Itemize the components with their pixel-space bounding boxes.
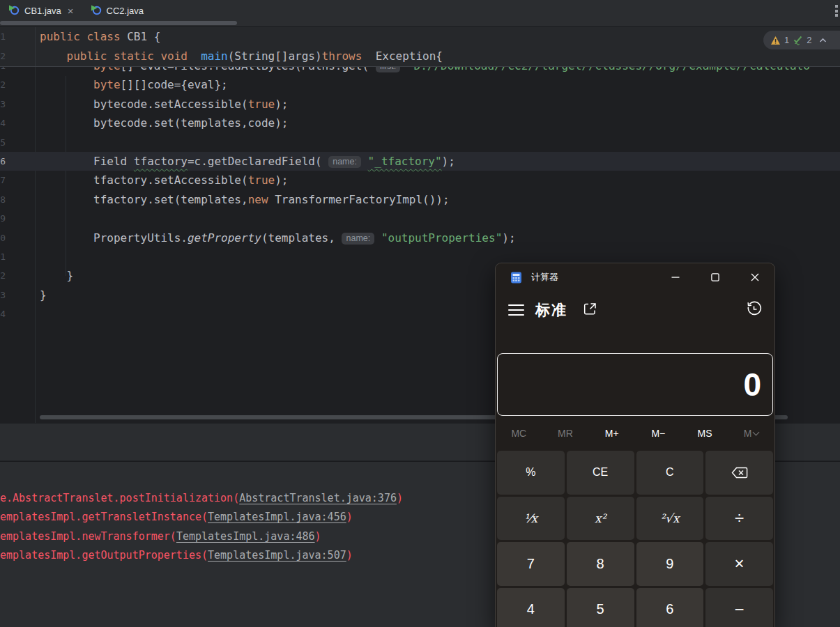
maximize-icon [711, 273, 719, 281]
code-line: 1 byte[] eval=Files.readAllBytes(Paths.g… [0, 66, 840, 75]
memory-flyout[interactable]: M [744, 428, 759, 439]
line-number: 4 [0, 114, 6, 132]
sticky-code-line: 1public class CB1 { [0, 27, 840, 47]
runnable-class-icon [8, 4, 20, 17]
chevron-down-icon [753, 429, 760, 436]
code-token: emplatesImpl.getOutputProperties( [0, 549, 208, 562]
code-line-text: byte[] eval=Files.readAllBytes(Paths.get… [40, 66, 810, 75]
calc-key-backspace[interactable] [705, 451, 773, 495]
code-token [40, 49, 67, 63]
code-token: "D://Download//CC2//target//classes//org… [407, 66, 810, 72]
stacktrace-link[interactable]: AbstractTranslet.java:376 [239, 492, 397, 504]
code-token: [] eval=Files.readAllBytes(Paths.get( [121, 66, 376, 72]
keep-on-top-icon[interactable] [583, 302, 597, 319]
calc-key-square[interactable]: x² [567, 497, 634, 541]
line-number: 1 [0, 66, 6, 75]
code-token: throws [322, 49, 362, 63]
code-token: tfactory.set(templates, [40, 193, 248, 206]
calc-key-four[interactable]: 4 [497, 588, 565, 627]
calc-key-eight[interactable]: 8 [567, 542, 634, 586]
calculator-titlebar[interactable]: 计算器 [496, 263, 774, 291]
calc-key-nine[interactable]: 9 [636, 542, 704, 586]
backspace-icon [731, 467, 748, 479]
more-options-icon[interactable] [835, 5, 838, 19]
memory-add[interactable]: M+ [605, 428, 619, 439]
calc-key-seven[interactable]: 7 [497, 542, 565, 586]
stacktrace-link[interactable]: TemplatesImpl.java:507 [208, 549, 346, 562]
minimize-button[interactable] [655, 263, 695, 291]
calculator-app-icon [510, 272, 522, 284]
code-token [40, 66, 93, 72]
code-line: 8 tfactory.set(templates,new Transformer… [0, 190, 840, 209]
code-token [188, 49, 201, 63]
calc-key-five[interactable]: 5 [567, 588, 634, 627]
code-token: "outputProperties" [381, 231, 502, 245]
memory-clear[interactable]: MC [511, 428, 526, 439]
code-line-text: public class CB1 { [40, 27, 160, 47]
calc-key-divide[interactable]: ÷ [705, 497, 773, 541]
close-icon[interactable]: × [68, 6, 74, 16]
code-token: ); [442, 155, 455, 168]
close-button[interactable] [735, 263, 774, 291]
code-line-text: tfactory.setAccessible(true); [40, 171, 288, 189]
line-number: 9 [0, 209, 6, 228]
menu-icon[interactable] [508, 301, 524, 319]
stacktrace-link[interactable]: TemplatesImpl.java:456 [208, 511, 346, 523]
history-icon[interactable] [746, 301, 762, 320]
code-token: CB1 { [121, 30, 161, 43]
code-token: true [248, 98, 275, 111]
calc-key-six[interactable]: 6 [636, 588, 704, 627]
inlay-hint: name: [328, 156, 361, 168]
code-line: 0 PropertyUtils.getProperty(templates, n… [0, 229, 840, 247]
line-number: 5 [0, 133, 6, 152]
calculator-window: 计算器 标准 0 MCMRM+M−MSM %CEC⅟xx²²√x÷789×456… [495, 263, 775, 627]
calc-key-square-root[interactable]: ²√x [636, 497, 704, 541]
code-token: } [40, 288, 47, 302]
tab-cc2-java[interactable]: CC2.java [82, 0, 152, 21]
code-line-text: } [40, 266, 73, 285]
code-token: true [248, 173, 275, 187]
calc-key-percent[interactable]: % [497, 451, 565, 495]
code-token: TransformerFactoryImpl()); [268, 193, 450, 206]
stacktrace-link[interactable]: TemplatesImpl.java:486 [176, 530, 315, 543]
inspections-widget[interactable]: 1 2 [763, 31, 840, 49]
calc-key-clear-entry[interactable]: CE [567, 451, 634, 495]
code-line-text: } [40, 286, 47, 304]
calc-key-reciprocal[interactable]: ⅟x [497, 497, 565, 541]
line-number: 6 [0, 152, 6, 171]
code-token: ) [315, 530, 321, 543]
code-token: ); [502, 231, 515, 245]
code-token [361, 155, 368, 168]
memory-recall[interactable]: MR [558, 428, 573, 439]
calc-key-multiply[interactable]: × [705, 542, 773, 586]
tabs-scrollbar-thumb[interactable] [0, 21, 237, 25]
memory-store[interactable]: MS [697, 428, 712, 439]
code-line: 6 Field tfactory=c.getDeclaredField( nam… [0, 152, 840, 171]
memory-button-label: MR [558, 428, 573, 439]
mode-label: 标准 [535, 300, 567, 320]
line-number: 1 [0, 27, 6, 47]
calc-key-subtract[interactable]: − [705, 588, 773, 627]
code-token: getProperty [188, 231, 261, 245]
code-token: byte [93, 78, 121, 91]
code-token: } [40, 269, 73, 282]
calc-key-clear[interactable]: C [636, 451, 704, 495]
calculator-display: 0 [497, 353, 773, 416]
line-number: 2 [0, 75, 6, 94]
code-line-text: PropertyUtils.getProperty(templates, nam… [40, 229, 516, 247]
inlay-hint: first: [376, 66, 401, 72]
code-line-text: bytecode.set(templates,code); [40, 114, 288, 132]
chevron-up-icon [819, 38, 827, 43]
line-number: 8 [0, 190, 6, 209]
code-token: new [248, 193, 268, 206]
code-token: main [201, 49, 228, 63]
code-token: e.AbstractTranslet.postInitialization( [0, 492, 239, 504]
maximize-button[interactable] [695, 263, 735, 291]
code-line: 7 tfactory.setAccessible(true); [0, 171, 840, 189]
sticky-code-line: 2 public static void main(String[]args)t… [0, 47, 840, 66]
code-line-text: byte[][]code={eval}; [40, 75, 228, 94]
tab-cb1-java[interactable]: CB1.java × [0, 0, 82, 21]
code-token: Field [40, 155, 134, 168]
memory-subtract[interactable]: M− [651, 428, 665, 439]
typo-check-icon [793, 35, 803, 45]
